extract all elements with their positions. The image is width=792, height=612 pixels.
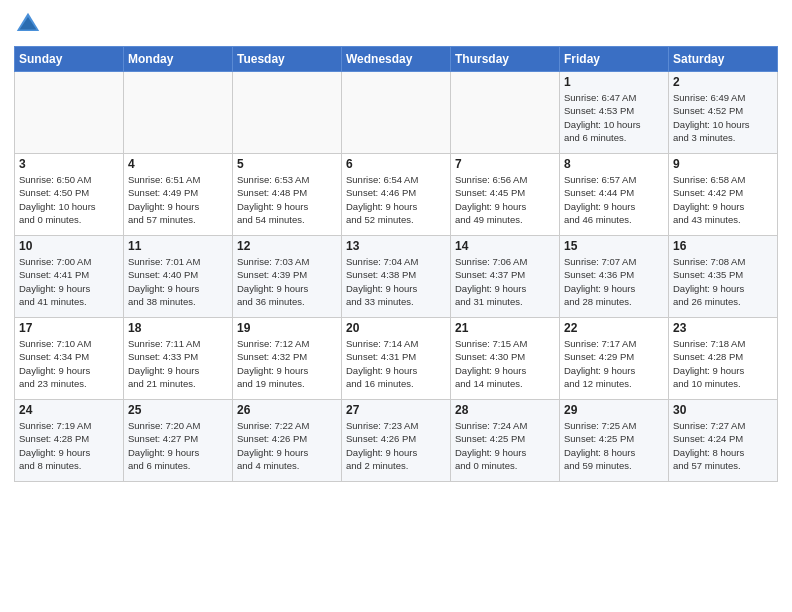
day-number: 16: [673, 239, 773, 253]
day-info: Sunrise: 7:27 AM Sunset: 4:24 PM Dayligh…: [673, 419, 773, 472]
day-info: Sunrise: 7:00 AM Sunset: 4:41 PM Dayligh…: [19, 255, 119, 308]
day-info: Sunrise: 7:22 AM Sunset: 4:26 PM Dayligh…: [237, 419, 337, 472]
day-info: Sunrise: 7:20 AM Sunset: 4:27 PM Dayligh…: [128, 419, 228, 472]
calendar-cell: 5Sunrise: 6:53 AM Sunset: 4:48 PM Daylig…: [233, 154, 342, 236]
calendar-cell: 17Sunrise: 7:10 AM Sunset: 4:34 PM Dayli…: [15, 318, 124, 400]
calendar-cell: 28Sunrise: 7:24 AM Sunset: 4:25 PM Dayli…: [451, 400, 560, 482]
calendar-cell: 2Sunrise: 6:49 AM Sunset: 4:52 PM Daylig…: [669, 72, 778, 154]
day-number: 20: [346, 321, 446, 335]
logo: [14, 10, 46, 38]
day-info: Sunrise: 7:07 AM Sunset: 4:36 PM Dayligh…: [564, 255, 664, 308]
calendar-cell: 16Sunrise: 7:08 AM Sunset: 4:35 PM Dayli…: [669, 236, 778, 318]
day-number: 12: [237, 239, 337, 253]
day-info: Sunrise: 7:04 AM Sunset: 4:38 PM Dayligh…: [346, 255, 446, 308]
calendar-cell: [124, 72, 233, 154]
weekday-header-tuesday: Tuesday: [233, 47, 342, 72]
day-number: 1: [564, 75, 664, 89]
day-info: Sunrise: 7:10 AM Sunset: 4:34 PM Dayligh…: [19, 337, 119, 390]
page-container: SundayMondayTuesdayWednesdayThursdayFrid…: [0, 0, 792, 492]
calendar-cell: 12Sunrise: 7:03 AM Sunset: 4:39 PM Dayli…: [233, 236, 342, 318]
week-row-4: 17Sunrise: 7:10 AM Sunset: 4:34 PM Dayli…: [15, 318, 778, 400]
calendar-cell: 21Sunrise: 7:15 AM Sunset: 4:30 PM Dayli…: [451, 318, 560, 400]
day-number: 19: [237, 321, 337, 335]
day-info: Sunrise: 7:03 AM Sunset: 4:39 PM Dayligh…: [237, 255, 337, 308]
calendar-cell: 8Sunrise: 6:57 AM Sunset: 4:44 PM Daylig…: [560, 154, 669, 236]
calendar-cell: 22Sunrise: 7:17 AM Sunset: 4:29 PM Dayli…: [560, 318, 669, 400]
header: [14, 10, 778, 38]
day-number: 11: [128, 239, 228, 253]
calendar-cell: [233, 72, 342, 154]
day-number: 2: [673, 75, 773, 89]
weekday-header-thursday: Thursday: [451, 47, 560, 72]
day-number: 17: [19, 321, 119, 335]
day-number: 23: [673, 321, 773, 335]
day-info: Sunrise: 7:01 AM Sunset: 4:40 PM Dayligh…: [128, 255, 228, 308]
day-number: 10: [19, 239, 119, 253]
day-number: 24: [19, 403, 119, 417]
day-info: Sunrise: 7:14 AM Sunset: 4:31 PM Dayligh…: [346, 337, 446, 390]
day-info: Sunrise: 7:17 AM Sunset: 4:29 PM Dayligh…: [564, 337, 664, 390]
calendar-cell: 10Sunrise: 7:00 AM Sunset: 4:41 PM Dayli…: [15, 236, 124, 318]
day-info: Sunrise: 6:58 AM Sunset: 4:42 PM Dayligh…: [673, 173, 773, 226]
day-info: Sunrise: 7:23 AM Sunset: 4:26 PM Dayligh…: [346, 419, 446, 472]
day-info: Sunrise: 6:54 AM Sunset: 4:46 PM Dayligh…: [346, 173, 446, 226]
calendar-cell: 6Sunrise: 6:54 AM Sunset: 4:46 PM Daylig…: [342, 154, 451, 236]
weekday-header-saturday: Saturday: [669, 47, 778, 72]
day-number: 9: [673, 157, 773, 171]
calendar-cell: [342, 72, 451, 154]
calendar-cell: [451, 72, 560, 154]
calendar-cell: 29Sunrise: 7:25 AM Sunset: 4:25 PM Dayli…: [560, 400, 669, 482]
calendar-cell: [15, 72, 124, 154]
day-info: Sunrise: 6:49 AM Sunset: 4:52 PM Dayligh…: [673, 91, 773, 144]
calendar-cell: 30Sunrise: 7:27 AM Sunset: 4:24 PM Dayli…: [669, 400, 778, 482]
day-number: 27: [346, 403, 446, 417]
day-info: Sunrise: 7:19 AM Sunset: 4:28 PM Dayligh…: [19, 419, 119, 472]
day-info: Sunrise: 7:08 AM Sunset: 4:35 PM Dayligh…: [673, 255, 773, 308]
day-number: 21: [455, 321, 555, 335]
day-info: Sunrise: 7:12 AM Sunset: 4:32 PM Dayligh…: [237, 337, 337, 390]
calendar-cell: 25Sunrise: 7:20 AM Sunset: 4:27 PM Dayli…: [124, 400, 233, 482]
day-info: Sunrise: 7:15 AM Sunset: 4:30 PM Dayligh…: [455, 337, 555, 390]
day-number: 6: [346, 157, 446, 171]
day-number: 28: [455, 403, 555, 417]
calendar-cell: 14Sunrise: 7:06 AM Sunset: 4:37 PM Dayli…: [451, 236, 560, 318]
week-row-2: 3Sunrise: 6:50 AM Sunset: 4:50 PM Daylig…: [15, 154, 778, 236]
day-info: Sunrise: 7:25 AM Sunset: 4:25 PM Dayligh…: [564, 419, 664, 472]
day-info: Sunrise: 6:51 AM Sunset: 4:49 PM Dayligh…: [128, 173, 228, 226]
week-row-5: 24Sunrise: 7:19 AM Sunset: 4:28 PM Dayli…: [15, 400, 778, 482]
calendar-cell: 24Sunrise: 7:19 AM Sunset: 4:28 PM Dayli…: [15, 400, 124, 482]
day-number: 13: [346, 239, 446, 253]
calendar-cell: 4Sunrise: 6:51 AM Sunset: 4:49 PM Daylig…: [124, 154, 233, 236]
day-number: 7: [455, 157, 555, 171]
weekday-header-sunday: Sunday: [15, 47, 124, 72]
day-number: 3: [19, 157, 119, 171]
weekday-header-wednesday: Wednesday: [342, 47, 451, 72]
day-number: 26: [237, 403, 337, 417]
day-info: Sunrise: 7:11 AM Sunset: 4:33 PM Dayligh…: [128, 337, 228, 390]
day-number: 30: [673, 403, 773, 417]
calendar-cell: 11Sunrise: 7:01 AM Sunset: 4:40 PM Dayli…: [124, 236, 233, 318]
day-info: Sunrise: 6:47 AM Sunset: 4:53 PM Dayligh…: [564, 91, 664, 144]
day-info: Sunrise: 6:50 AM Sunset: 4:50 PM Dayligh…: [19, 173, 119, 226]
weekday-header-monday: Monday: [124, 47, 233, 72]
calendar-cell: 7Sunrise: 6:56 AM Sunset: 4:45 PM Daylig…: [451, 154, 560, 236]
week-row-3: 10Sunrise: 7:00 AM Sunset: 4:41 PM Dayli…: [15, 236, 778, 318]
day-number: 22: [564, 321, 664, 335]
day-number: 8: [564, 157, 664, 171]
day-number: 15: [564, 239, 664, 253]
day-number: 29: [564, 403, 664, 417]
day-number: 5: [237, 157, 337, 171]
day-info: Sunrise: 7:24 AM Sunset: 4:25 PM Dayligh…: [455, 419, 555, 472]
calendar-cell: 9Sunrise: 6:58 AM Sunset: 4:42 PM Daylig…: [669, 154, 778, 236]
day-number: 14: [455, 239, 555, 253]
day-info: Sunrise: 7:06 AM Sunset: 4:37 PM Dayligh…: [455, 255, 555, 308]
day-info: Sunrise: 6:53 AM Sunset: 4:48 PM Dayligh…: [237, 173, 337, 226]
calendar-cell: 23Sunrise: 7:18 AM Sunset: 4:28 PM Dayli…: [669, 318, 778, 400]
day-info: Sunrise: 6:57 AM Sunset: 4:44 PM Dayligh…: [564, 173, 664, 226]
day-number: 18: [128, 321, 228, 335]
calendar-cell: 19Sunrise: 7:12 AM Sunset: 4:32 PM Dayli…: [233, 318, 342, 400]
day-info: Sunrise: 6:56 AM Sunset: 4:45 PM Dayligh…: [455, 173, 555, 226]
day-number: 25: [128, 403, 228, 417]
weekday-header-friday: Friday: [560, 47, 669, 72]
week-row-1: 1Sunrise: 6:47 AM Sunset: 4:53 PM Daylig…: [15, 72, 778, 154]
